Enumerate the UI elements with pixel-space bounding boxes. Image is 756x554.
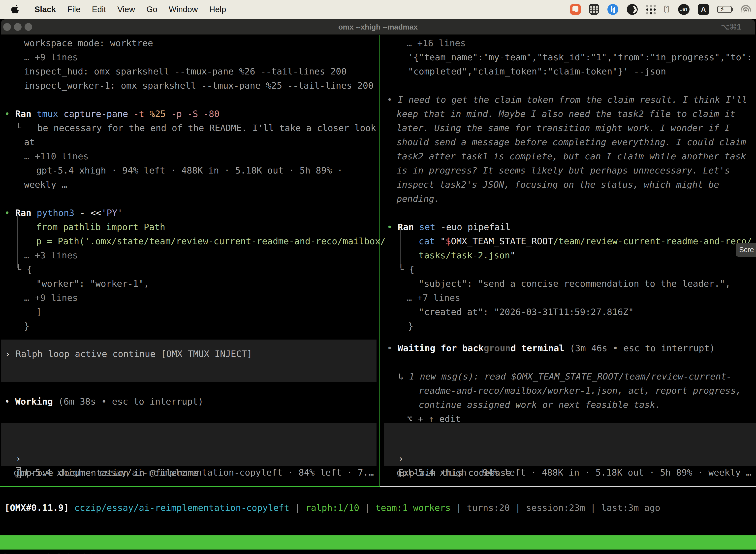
right-input-placeholder: Explain this codebase [398,467,511,478]
menu-item-edit[interactable]: Edit [86,5,112,14]
counter-badge-icon[interactable]: ..61 [678,4,690,15]
ralph-banner-band [1,340,377,382]
keyboard-layout-icon[interactable]: A [698,4,709,15]
menu-item-window[interactable]: Window [163,5,203,14]
menu-app-name[interactable]: Slack [29,5,62,14]
tmux-session-label[interactable]: [omx-cczip0:bash* [2,550,94,554]
window-title: omx --xhigh --madmax [1,19,755,35]
wifi-icon[interactable] [740,5,752,14]
left-input-placeholder: mprove documentation in @filename [21,467,198,478]
right-prompt-input[interactable]: › Explain this codebase [387,437,511,451]
menu-item-view[interactable]: View [112,5,141,14]
prompt-chevron-icon: › [398,453,409,464]
screen-tooltip: Scre [736,243,756,257]
left-prompt-input[interactable]: › Improve documentation in @filename [5,437,198,451]
chat-app-icon[interactable] [570,4,581,15]
right-command-guide-line [400,229,400,268]
battery-icon[interactable] [717,6,732,13]
right-pane-bottom-border [380,486,756,487]
shield-grid-icon[interactable] [589,4,599,15]
apple-menu-icon[interactable] [11,4,21,15]
window-title-bar[interactable]: omx --xhigh --madmax ⌥⌘1 [1,19,755,35]
menu-item-file[interactable]: File [62,5,86,14]
left-pane-bottom-border [0,486,380,487]
s-curve-icon[interactable]: ᱬ [664,4,670,15]
crescent-app-icon[interactable] [627,4,638,15]
left-command-guide-line [17,215,18,268]
dots-grid-icon[interactable] [646,5,656,14]
blue-bolt-badge-icon[interactable] [608,4,618,15]
prompt-chevron-icon: › [16,453,26,464]
window-shortcut-badge: ⌥⌘1 [721,19,741,35]
tmux-pane-divider[interactable] [379,35,380,487]
menu-item-go[interactable]: Go [141,5,163,14]
terminal-cursor: I [16,467,21,478]
macos-menu-bar: Slack File Edit View Go Window Help ᱬ ..… [0,0,756,19]
menu-item-help[interactable]: Help [204,5,232,14]
tmux-status-bar: [omx-cczip0:bash* "MacBook-Pro-44.local"… [0,535,756,550]
